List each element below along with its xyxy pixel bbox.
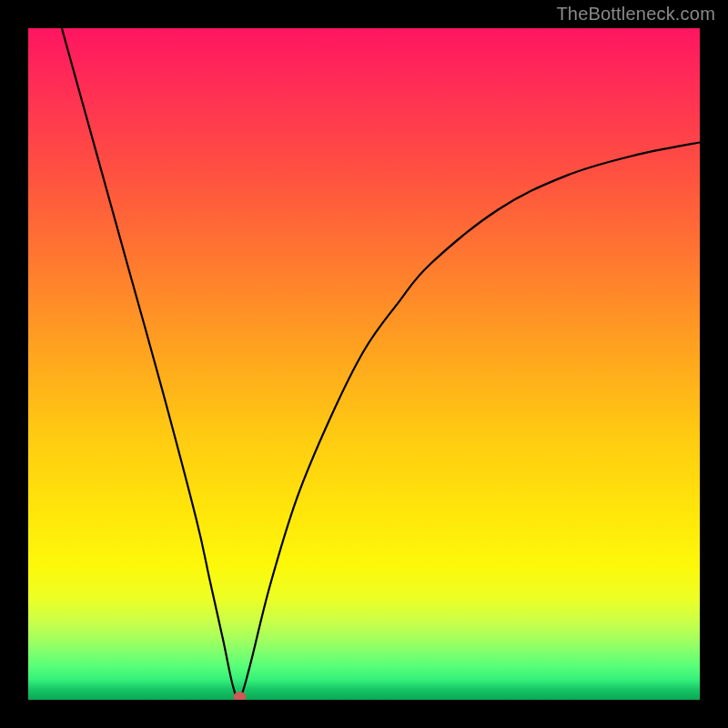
bottleneck-curve <box>62 28 700 700</box>
plot-area <box>28 28 700 700</box>
watermark-text: TheBottleneck.com <box>556 4 715 25</box>
chart-frame: TheBottleneck.com <box>0 0 728 728</box>
curve-layer <box>28 28 700 700</box>
